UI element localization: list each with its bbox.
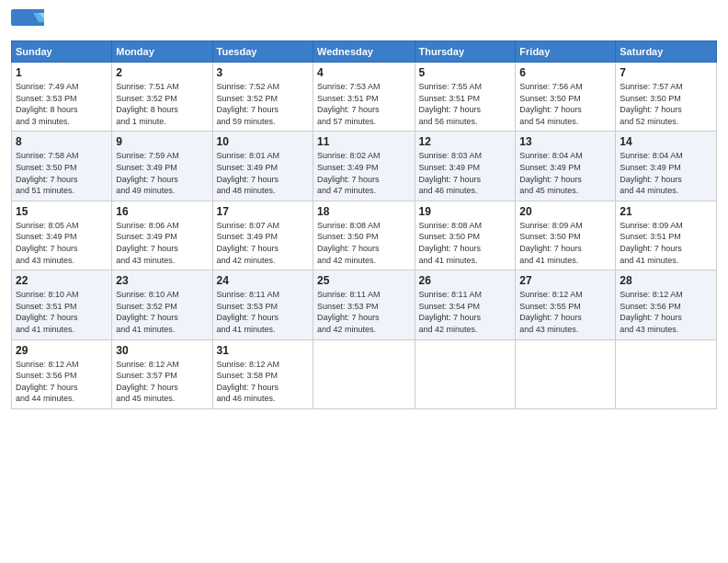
calendar-cell: 28Sunrise: 8:12 AMSunset: 3:56 PMDayligh… [616,270,717,339]
calendar-cell: 20Sunrise: 8:09 AMSunset: 3:50 PMDayligh… [516,201,616,270]
day-number: 14 [620,135,712,148]
header-friday: Friday [516,41,616,63]
day-number: 12 [419,135,512,148]
header-thursday: Thursday [415,41,516,63]
day-number: 28 [620,274,712,287]
day-number: 30 [116,344,208,357]
header-sunday: Sunday [12,41,112,63]
calendar-cell: 16Sunrise: 8:06 AMSunset: 3:49 PMDayligh… [112,201,212,270]
calendar-cell: 5Sunrise: 7:55 AMSunset: 3:51 PMDaylight… [415,63,516,132]
calendar-cell: 13Sunrise: 8:04 AMSunset: 3:49 PMDayligh… [516,132,616,201]
day-info: Sunrise: 8:06 AMSunset: 3:49 PMDaylight:… [116,220,208,266]
header-monday: Monday [112,41,212,63]
day-number: 31 [217,344,309,357]
day-info: Sunrise: 7:58 AMSunset: 3:50 PMDaylight:… [16,150,108,196]
calendar-cell: 29Sunrise: 8:12 AMSunset: 3:56 PMDayligh… [12,339,112,408]
day-number: 26 [419,274,512,287]
page-container: SundayMondayTuesdayWednesdayThursdayFrid… [0,0,728,419]
day-info: Sunrise: 8:12 AMSunset: 3:56 PMDaylight:… [620,289,712,335]
day-info: Sunrise: 8:03 AMSunset: 3:49 PMDaylight:… [419,150,512,196]
day-info: Sunrise: 8:10 AMSunset: 3:52 PMDaylight:… [116,289,208,335]
day-info: Sunrise: 7:55 AMSunset: 3:51 PMDaylight:… [419,81,512,127]
day-info: Sunrise: 8:12 AMSunset: 3:57 PMDaylight:… [116,359,208,405]
day-number: 6 [519,66,611,79]
calendar-cell: 30Sunrise: 8:12 AMSunset: 3:57 PMDayligh… [112,339,212,408]
day-number: 16 [116,205,208,218]
day-info: Sunrise: 8:12 AMSunset: 3:56 PMDaylight:… [16,359,108,405]
calendar-week-1: 1Sunrise: 7:49 AMSunset: 3:53 PMDaylight… [12,63,717,132]
day-info: Sunrise: 8:11 AMSunset: 3:54 PMDaylight:… [419,289,512,335]
day-number: 17 [217,205,309,218]
day-number: 27 [519,274,611,287]
calendar-cell: 26Sunrise: 8:11 AMSunset: 3:54 PMDayligh… [415,270,516,339]
day-number: 18 [317,205,410,218]
day-info: Sunrise: 7:56 AMSunset: 3:50 PMDaylight:… [519,81,611,127]
header-saturday: Saturday [616,41,717,63]
day-number: 5 [419,66,512,79]
day-info: Sunrise: 8:12 AMSunset: 3:55 PMDaylight:… [519,289,611,335]
day-number: 7 [620,66,712,79]
calendar-cell: 15Sunrise: 8:05 AMSunset: 3:49 PMDayligh… [12,201,112,270]
day-info: Sunrise: 8:09 AMSunset: 3:51 PMDaylight:… [620,220,712,266]
calendar-cell: 9Sunrise: 7:59 AMSunset: 3:49 PMDaylight… [112,132,212,201]
day-info: Sunrise: 7:53 AMSunset: 3:51 PMDaylight:… [317,81,410,127]
day-info: Sunrise: 8:11 AMSunset: 3:53 PMDaylight:… [217,289,309,335]
day-info: Sunrise: 8:04 AMSunset: 3:49 PMDaylight:… [620,150,712,196]
calendar-week-5: 29Sunrise: 8:12 AMSunset: 3:56 PMDayligh… [12,339,717,408]
calendar-week-3: 15Sunrise: 8:05 AMSunset: 3:49 PMDayligh… [12,201,717,270]
day-number: 3 [217,66,309,79]
calendar-cell: 6Sunrise: 7:56 AMSunset: 3:50 PMDaylight… [516,63,616,132]
day-number: 8 [16,135,108,148]
day-number: 11 [317,135,410,148]
calendar-cell: 17Sunrise: 8:07 AMSunset: 3:49 PMDayligh… [212,201,313,270]
calendar-cell: 14Sunrise: 8:04 AMSunset: 3:49 PMDayligh… [616,132,717,201]
calendar-cell: 1Sunrise: 7:49 AMSunset: 3:53 PMDaylight… [12,63,112,132]
day-number: 2 [116,66,208,79]
day-number: 21 [620,205,712,218]
calendar-cell [616,339,717,408]
calendar-cell: 2Sunrise: 7:51 AMSunset: 3:52 PMDaylight… [112,63,212,132]
day-info: Sunrise: 7:49 AMSunset: 3:53 PMDaylight:… [16,81,108,127]
day-info: Sunrise: 8:11 AMSunset: 3:53 PMDaylight:… [317,289,410,335]
calendar-cell [415,339,516,408]
calendar-table: SundayMondayTuesdayWednesdayThursdayFrid… [11,40,717,409]
day-number: 1 [16,66,108,79]
calendar-week-2: 8Sunrise: 7:58 AMSunset: 3:50 PMDaylight… [12,132,717,201]
day-number: 10 [217,135,309,148]
calendar-cell: 25Sunrise: 8:11 AMSunset: 3:53 PMDayligh… [313,270,415,339]
calendar-cell: 7Sunrise: 7:57 AMSunset: 3:50 PMDaylight… [616,63,717,132]
day-info: Sunrise: 8:04 AMSunset: 3:49 PMDaylight:… [519,150,611,196]
day-number: 19 [419,205,512,218]
calendar-cell: 3Sunrise: 7:52 AMSunset: 3:52 PMDaylight… [212,63,313,132]
calendar-cell: 31Sunrise: 8:12 AMSunset: 3:58 PMDayligh… [212,339,313,408]
day-info: Sunrise: 8:12 AMSunset: 3:58 PMDaylight:… [217,359,309,405]
calendar-cell: 11Sunrise: 8:02 AMSunset: 3:49 PMDayligh… [313,132,415,201]
calendar-cell: 12Sunrise: 8:03 AMSunset: 3:49 PMDayligh… [415,132,516,201]
day-info: Sunrise: 7:59 AMSunset: 3:49 PMDaylight:… [116,150,208,196]
header-wednesday: Wednesday [313,41,415,63]
day-info: Sunrise: 8:10 AMSunset: 3:51 PMDaylight:… [16,289,108,335]
logo-icon [11,9,44,35]
calendar-cell: 21Sunrise: 8:09 AMSunset: 3:51 PMDayligh… [616,201,717,270]
header-tuesday: Tuesday [212,41,313,63]
calendar-week-4: 22Sunrise: 8:10 AMSunset: 3:51 PMDayligh… [12,270,717,339]
calendar-header-row: SundayMondayTuesdayWednesdayThursdayFrid… [12,41,717,63]
day-info: Sunrise: 8:09 AMSunset: 3:50 PMDaylight:… [519,220,611,266]
day-info: Sunrise: 8:08 AMSunset: 3:50 PMDaylight:… [419,220,512,266]
calendar-cell: 23Sunrise: 8:10 AMSunset: 3:52 PMDayligh… [112,270,212,339]
header [11,9,717,35]
day-number: 20 [519,205,611,218]
day-number: 24 [217,274,309,287]
day-number: 25 [317,274,410,287]
logo [11,9,48,35]
day-number: 9 [116,135,208,148]
day-number: 15 [16,205,108,218]
day-number: 22 [16,274,108,287]
calendar-cell [313,339,415,408]
calendar-cell: 19Sunrise: 8:08 AMSunset: 3:50 PMDayligh… [415,201,516,270]
day-number: 29 [16,344,108,357]
calendar-cell: 22Sunrise: 8:10 AMSunset: 3:51 PMDayligh… [12,270,112,339]
calendar-cell: 27Sunrise: 8:12 AMSunset: 3:55 PMDayligh… [516,270,616,339]
day-info: Sunrise: 8:01 AMSunset: 3:49 PMDaylight:… [217,150,309,196]
calendar-cell: 8Sunrise: 7:58 AMSunset: 3:50 PMDaylight… [12,132,112,201]
